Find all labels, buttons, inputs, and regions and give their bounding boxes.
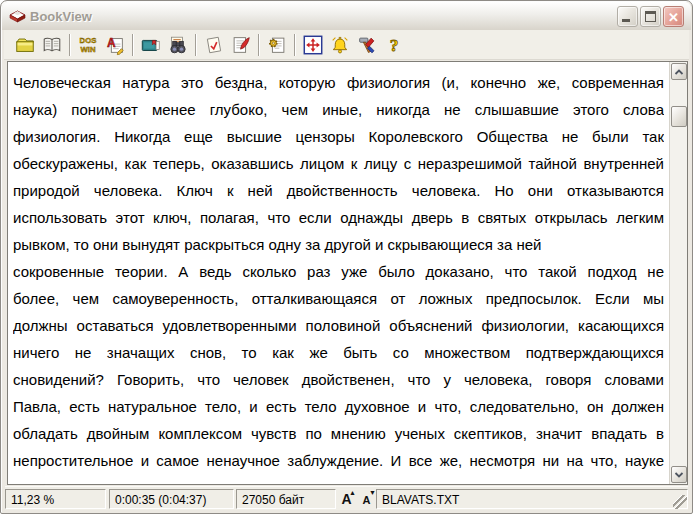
gear-doc-icon — [266, 34, 288, 56]
text-line: физиология. Никогда еще высшие цензоры К… — [13, 123, 664, 150]
text-line: Человеческая натура это бездна, которую … — [13, 69, 664, 96]
dos-win-icon: DOS WIN — [77, 34, 99, 56]
bell-icon — [329, 34, 351, 56]
reading-time: 0:00:35 (0:04:37) — [109, 489, 234, 509]
edit-button[interactable] — [227, 32, 254, 58]
search-button[interactable] — [164, 32, 191, 58]
toolbar-separator — [69, 34, 70, 56]
fullscreen-icon — [302, 34, 324, 56]
text-line: сновидений? Говорить, что человек двойст… — [13, 366, 664, 393]
open-book-icon — [41, 34, 63, 56]
chevron-down-icon — [674, 471, 684, 479]
charset-a-icon: A — [104, 34, 126, 56]
svg-text:A: A — [107, 35, 116, 49]
help-icon: ? — [383, 34, 405, 56]
library-button[interactable] — [38, 32, 65, 58]
text-line: более, чем самоуверенность, отталкивающа… — [13, 285, 664, 312]
text-line: наука) понимает менее глубоко, чем иные,… — [13, 96, 664, 123]
edit-pen-icon — [230, 34, 252, 56]
chevron-up-icon — [674, 68, 684, 76]
scroll-down-button[interactable] — [671, 466, 687, 483]
options-button[interactable] — [263, 32, 290, 58]
progress-percent: 11,23 % — [5, 489, 106, 509]
file-name: BLAVATS.TXT — [376, 489, 688, 509]
arrow-up-icon: ▲ — [349, 489, 356, 496]
fullscreen-button[interactable] — [299, 32, 326, 58]
app-window: BookView ✕ DOS WIN — [0, 0, 693, 514]
vertical-scrollbar[interactable] — [669, 62, 687, 484]
open-file-button[interactable] — [11, 32, 38, 58]
svg-text:DOS: DOS — [79, 35, 96, 44]
toolbar-separator — [195, 34, 196, 56]
binoculars-icon — [167, 34, 189, 56]
dictionary-button[interactable] — [137, 32, 164, 58]
text-line: сокровенные теории. А ведь сколько раз у… — [13, 258, 664, 285]
autoscroll-alarm-button[interactable] — [326, 32, 353, 58]
toolbar-separator — [294, 34, 295, 56]
reading-pane[interactable]: Человеческая натура это бездна, которую … — [7, 61, 688, 485]
toolbar-separator — [258, 34, 259, 56]
text-line: непростительное и самое ненаучное заблуж… — [13, 447, 664, 474]
window-title: BookView — [30, 9, 617, 24]
arrow-down-icon: ▼ — [369, 489, 376, 496]
text-line: обладать двойным комплексом чувств по мн… — [13, 420, 664, 447]
bookmark-note-button[interactable] — [200, 32, 227, 58]
help-button[interactable]: ? — [380, 32, 407, 58]
scroll-up-button[interactable] — [671, 63, 687, 80]
text-line: использовать этот ключ, полагая, что есл… — [13, 204, 664, 231]
minimize-icon — [622, 19, 630, 22]
file-size: 27050 байт — [236, 489, 336, 509]
scrollbar-thumb[interactable] — [671, 106, 687, 127]
text-content: Человеческая натура это бездна, которую … — [9, 62, 668, 484]
minimize-button[interactable] — [617, 6, 638, 27]
maximize-icon — [645, 11, 656, 22]
dos-win-encoding-button[interactable]: DOS WIN — [74, 32, 101, 58]
svg-text:WIN: WIN — [80, 45, 96, 54]
close-button[interactable]: ✕ — [663, 6, 684, 27]
note-icon — [203, 34, 225, 56]
title-bar[interactable]: BookView ✕ — [2, 2, 691, 30]
bookview-app-icon — [9, 9, 26, 24]
resize-grip-icon[interactable] — [673, 495, 687, 509]
text-line: ничего не значащих снов, то как же быть … — [13, 339, 664, 366]
open-folder-icon — [14, 34, 36, 56]
tools-icon — [356, 34, 378, 56]
font-decrease-button[interactable]: A▼ — [357, 490, 376, 509]
book-search-icon — [140, 34, 162, 56]
svg-text:?: ? — [389, 35, 398, 55]
status-bar: 11,23 % 0:00:35 (0:04:37) 27050 байт A▲ … — [5, 486, 688, 510]
font-increase-button[interactable]: A▲ — [337, 490, 356, 509]
toolbar-separator — [132, 34, 133, 56]
settings-tools-button[interactable] — [353, 32, 380, 58]
text-line: Павла, есть натуральное тело, и есть тел… — [13, 393, 664, 420]
text-line: придется власть — [13, 474, 664, 484]
text-line: должны оставаться удовлетворенными полов… — [13, 312, 664, 339]
charset-button[interactable]: A — [101, 32, 128, 58]
text-line: обескуражены, как теперь, оказавшись лиц… — [13, 150, 664, 177]
toolbar: DOS WIN A — [4, 30, 689, 60]
text-line: рывком, то они вынудят раскрыться одну з… — [13, 231, 664, 258]
maximize-button[interactable] — [640, 6, 661, 27]
text-line: природой человека. Ключ к ней двойственн… — [13, 177, 664, 204]
close-icon: ✕ — [664, 8, 683, 27]
